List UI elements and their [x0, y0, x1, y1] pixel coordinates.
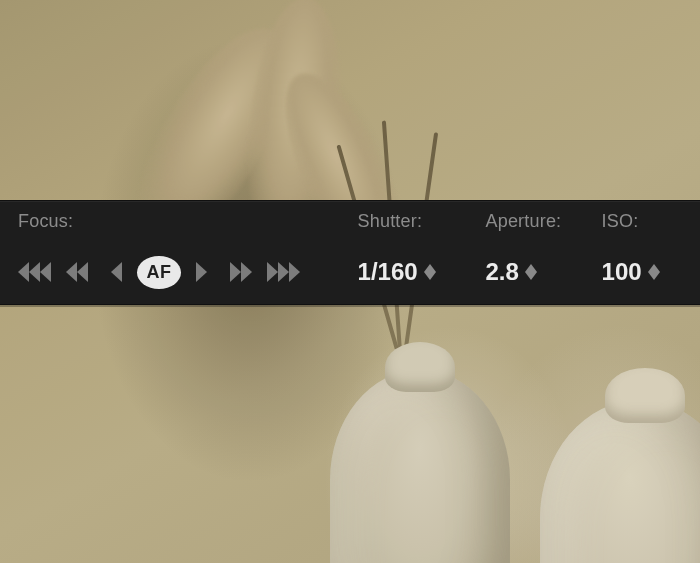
focus-label: Focus:	[18, 211, 358, 237]
svg-marker-6	[196, 262, 207, 282]
focus-near-medium-button[interactable]	[229, 262, 252, 282]
triple-triangle-left-icon	[18, 262, 52, 282]
focus-far-small-button[interactable]	[111, 262, 123, 282]
background-decor	[330, 370, 510, 563]
camera-live-view: Focus:	[0, 0, 700, 563]
aperture-value: 2.8	[485, 258, 518, 286]
focus-far-medium-button[interactable]	[66, 262, 89, 282]
camera-control-panel: Focus:	[0, 200, 700, 305]
shutter-value: 1/160	[358, 258, 418, 286]
chevron-down-icon	[648, 272, 660, 280]
aperture-label: Aperture:	[485, 211, 601, 237]
svg-marker-15	[525, 272, 537, 280]
svg-marker-5	[111, 262, 122, 282]
iso-value: 100	[602, 258, 642, 286]
svg-marker-17	[648, 272, 660, 280]
svg-marker-9	[267, 262, 278, 282]
double-triangle-left-icon	[66, 262, 89, 282]
chevron-down-icon	[525, 272, 537, 280]
chevron-up-icon	[648, 264, 660, 272]
iso-control[interactable]: 100	[602, 250, 700, 294]
focus-near-large-button[interactable]	[266, 262, 300, 282]
double-triangle-right-icon	[229, 262, 252, 282]
iso-group: ISO: 100	[602, 211, 700, 294]
chevron-up-icon	[525, 264, 537, 272]
shutter-group: Shutter: 1/160	[358, 211, 486, 294]
aperture-stepper[interactable]	[525, 264, 537, 280]
svg-marker-14	[525, 264, 537, 272]
focus-group: Focus:	[18, 211, 358, 294]
svg-marker-13	[424, 272, 436, 280]
svg-marker-1	[29, 262, 40, 282]
iso-stepper[interactable]	[648, 264, 660, 280]
aperture-group: Aperture: 2.8	[485, 211, 601, 294]
svg-marker-3	[66, 262, 77, 282]
svg-marker-11	[289, 262, 300, 282]
background-decor	[540, 400, 700, 563]
autofocus-button[interactable]: AF	[137, 256, 181, 289]
shutter-stepper[interactable]	[424, 264, 436, 280]
svg-marker-12	[424, 264, 436, 272]
svg-marker-7	[230, 262, 241, 282]
shutter-control[interactable]: 1/160	[358, 250, 486, 294]
focus-far-large-button[interactable]	[18, 262, 52, 282]
aperture-control[interactable]: 2.8	[485, 250, 601, 294]
chevron-up-icon	[424, 264, 436, 272]
triangle-right-icon	[195, 262, 207, 282]
autofocus-button-label: AF	[147, 262, 172, 283]
chevron-down-icon	[424, 272, 436, 280]
focus-near-small-button[interactable]	[195, 262, 207, 282]
svg-marker-2	[40, 262, 51, 282]
svg-marker-4	[77, 262, 88, 282]
svg-marker-8	[241, 262, 252, 282]
iso-label: ISO:	[602, 211, 700, 237]
focus-controls: AF	[18, 250, 358, 294]
svg-marker-0	[18, 262, 29, 282]
shutter-label: Shutter:	[358, 211, 486, 237]
triangle-left-icon	[111, 262, 123, 282]
triple-triangle-right-icon	[266, 262, 300, 282]
svg-marker-10	[278, 262, 289, 282]
svg-marker-16	[648, 264, 660, 272]
